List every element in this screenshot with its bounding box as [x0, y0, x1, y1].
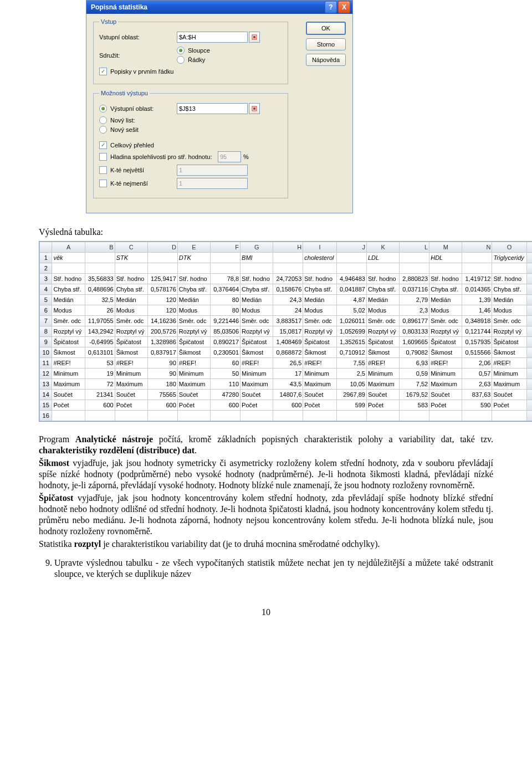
cell[interactable]: #REF! [366, 358, 399, 368]
cell[interactable]: Rozptyl vý [177, 326, 210, 337]
cell[interactable]: Minimum [241, 368, 273, 379]
cell[interactable]: 600 [273, 400, 303, 411]
cell[interactable]: Rozptyl vý [366, 326, 399, 337]
cell[interactable]: Stř. hodno [241, 274, 273, 284]
row-header[interactable]: 16 [40, 411, 52, 421]
cell[interactable]: Maximum [177, 379, 210, 390]
cell[interactable]: 0,613101 [85, 347, 115, 358]
cell[interactable]: Stř. hodno [429, 274, 462, 284]
cell[interactable]: #REF! [429, 358, 462, 368]
cell[interactable]: Počet [115, 400, 147, 411]
summary-check[interactable]: ✓Celkový přehled [99, 141, 282, 149]
cell[interactable] [211, 253, 241, 263]
cell[interactable]: 24,72053 [273, 274, 303, 284]
col-header[interactable]: D [147, 242, 177, 253]
cell[interactable]: #REF! [303, 358, 337, 368]
cell[interactable]: 200,5726 [147, 326, 177, 337]
cell[interactable]: Modus [52, 305, 85, 316]
cell[interactable]: 2,5 [337, 368, 367, 379]
cell[interactable]: Medián [241, 295, 273, 305]
cell[interactable]: 90 [147, 368, 177, 379]
cell[interactable]: 2,3 [400, 305, 429, 316]
cell[interactable]: Součet [115, 390, 147, 400]
cell[interactable] [337, 263, 367, 274]
cell[interactable] [177, 263, 210, 274]
cell[interactable]: Šikmost [366, 347, 399, 358]
col-header[interactable]: F [211, 242, 241, 253]
cell[interactable]: 0,57 [462, 368, 492, 379]
cell[interactable]: 24,3 [273, 295, 303, 305]
cell[interactable] [337, 253, 367, 263]
cell[interactable]: Stř. hodno [177, 274, 210, 284]
cell[interactable]: 0,59 [400, 368, 429, 379]
cell[interactable]: 125,9417 [147, 274, 177, 284]
cell[interactable]: Rozptyl vý [241, 326, 273, 337]
cell[interactable]: 19 [85, 368, 115, 379]
cell[interactable]: Směr. odc [241, 316, 273, 326]
cell[interactable]: Součet [52, 390, 85, 400]
row-header[interactable]: 13 [40, 379, 52, 390]
cell[interactable]: Součet [177, 390, 210, 400]
cell[interactable]: Stř. hodno [492, 274, 526, 284]
cell[interactable]: Minimum [429, 368, 462, 379]
cell[interactable]: 0,348918 [462, 316, 492, 326]
cell[interactable]: Modus [429, 305, 462, 316]
cell[interactable]: Minimum [177, 368, 210, 379]
cell[interactable]: 4,87 [337, 295, 367, 305]
cell[interactable]: Modus [241, 305, 273, 316]
cell[interactable]: 15,0817 [273, 326, 303, 337]
cell[interactable]: 47280 [211, 390, 241, 400]
cell[interactable]: Maximum [366, 379, 399, 390]
cell[interactable] [429, 263, 462, 274]
cell[interactable]: Špičatost [429, 337, 462, 347]
cell[interactable]: 0,014365 [462, 284, 492, 295]
cell[interactable] [400, 263, 429, 274]
cell[interactable]: Špičatost [241, 337, 273, 347]
row-header[interactable]: 2 [40, 263, 52, 274]
cell[interactable]: Medián [492, 295, 526, 305]
cell[interactable]: Chyba stř. [177, 284, 210, 295]
cell[interactable]: 53 [85, 358, 115, 368]
cell[interactable]: 1,46 [462, 305, 492, 316]
cell[interactable]: Medián [177, 295, 210, 305]
cell[interactable]: 0,376464 [211, 284, 241, 295]
cell[interactable]: 120 [147, 305, 177, 316]
cell[interactable] [462, 253, 492, 263]
cell[interactable] [52, 263, 85, 274]
cell[interactable]: 837,63 [462, 390, 492, 400]
cell[interactable] [303, 263, 337, 274]
radio-rows[interactable]: Řádky [177, 56, 210, 64]
cell[interactable]: 1,39 [462, 295, 492, 305]
cell[interactable]: Maximum [492, 379, 526, 390]
cell[interactable]: 0,578176 [147, 284, 177, 295]
cell[interactable]: Šikmost [241, 347, 273, 358]
cell[interactable]: 600 [85, 400, 115, 411]
kth-largest-check[interactable]: K-té největší [99, 166, 177, 174]
col-header[interactable]: N [462, 242, 492, 253]
cell[interactable] [273, 263, 303, 274]
cell[interactable]: 2967,89 [337, 390, 367, 400]
col-header[interactable]: H [273, 242, 303, 253]
radio-output-range[interactable]: Výstupní oblast: [99, 105, 177, 112]
cell[interactable]: 50 [211, 368, 241, 379]
cell[interactable]: Šikmost [115, 347, 147, 358]
cell[interactable]: #REF! [241, 358, 273, 368]
cell[interactable]: 1,352615 [337, 337, 367, 347]
cell[interactable] [462, 411, 492, 421]
cell[interactable]: cholesterol [303, 253, 337, 263]
cell[interactable]: 0,890217 [211, 337, 241, 347]
cell[interactable]: 2,79 [400, 295, 429, 305]
cancel-button[interactable]: Storno [306, 38, 346, 50]
cell[interactable]: 1679,52 [400, 390, 429, 400]
radio-new-workbook[interactable]: Nový sešit [99, 126, 282, 134]
cell[interactable]: Směr. odc [366, 316, 399, 326]
col-header[interactable]: C [115, 242, 147, 253]
cell[interactable]: 60 [211, 358, 241, 368]
cell[interactable]: Stř. hodno [366, 274, 399, 284]
cell[interactable]: Součet [429, 390, 462, 400]
cell[interactable]: Počet [366, 400, 399, 411]
cell[interactable]: Šikmost [177, 347, 210, 358]
cell[interactable] [52, 411, 85, 421]
cell[interactable]: 583 [400, 400, 429, 411]
cell[interactable]: Modus [492, 305, 526, 316]
